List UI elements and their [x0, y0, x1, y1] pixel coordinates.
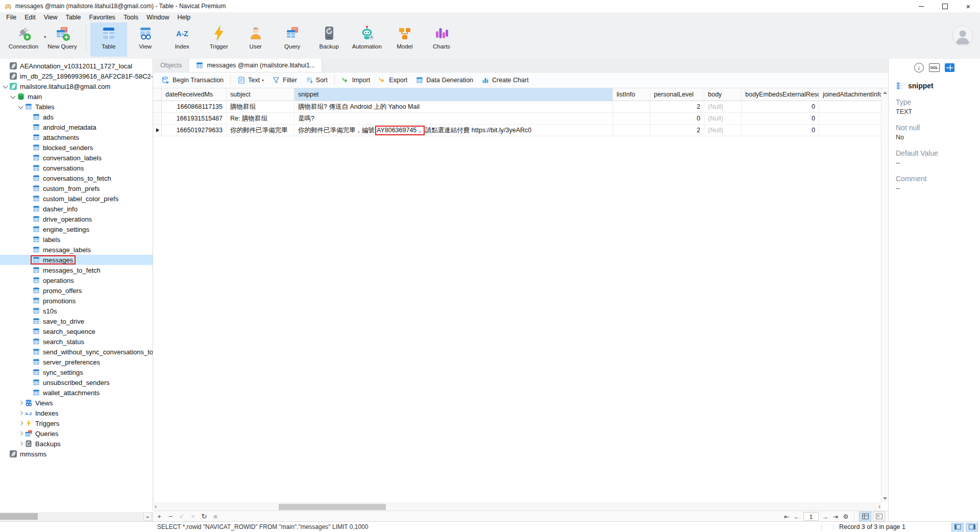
column-header-datereceivedms[interactable]: dateReceivedMs: [162, 88, 227, 101]
chevron-right-icon[interactable]: [17, 420, 24, 427]
toolbar-backup-button[interactable]: Backup: [311, 22, 348, 57]
export-button[interactable]: Export: [374, 74, 411, 86]
chevron-down-icon[interactable]: [2, 83, 9, 90]
tree-item-triggers[interactable]: Triggers: [0, 418, 153, 428]
tree-item-wallet-attachments[interactable]: wallet_attachments: [0, 388, 153, 398]
tree-item-attachments[interactable]: attachments: [0, 132, 153, 142]
cell-subject-row1[interactable]: 購物群组: [227, 101, 295, 112]
page-number-input[interactable]: 1: [803, 512, 819, 521]
menu-tools[interactable]: Tools: [119, 14, 142, 21]
menu-favorites[interactable]: Favorites: [85, 14, 119, 21]
scroll-up-icon[interactable]: [883, 91, 887, 94]
column-header-listinfo[interactable]: listInfo: [613, 88, 650, 101]
column-header-snippet[interactable]: snippet: [295, 88, 613, 101]
cell-bodyembedsexternalreso-row2[interactable]: 0: [742, 113, 819, 124]
menu-window[interactable]: Window: [142, 14, 173, 21]
scroll-left-icon[interactable]: ‹: [155, 503, 157, 511]
tree-item-messages-to-fetch[interactable]: messages_to_fetch: [0, 265, 153, 275]
filter-button[interactable]: Filter: [268, 74, 301, 86]
tree-item-tables[interactable]: Tables: [0, 102, 153, 112]
discard-changes-button[interactable]: ×: [187, 513, 199, 520]
tree-item-mmssms[interactable]: mmssms: [0, 449, 153, 459]
tree-item-messages[interactable]: messages: [0, 255, 153, 265]
toolbar-index-button[interactable]: A-ZIndex: [164, 22, 201, 57]
tree-item-backups[interactable]: Backups: [0, 439, 153, 449]
apply-changes-button[interactable]: ✓: [176, 513, 187, 520]
tree-item-search-status[interactable]: search_status: [0, 336, 153, 347]
cell-subject-row3[interactable]: 你的郵件已準備完畢: [227, 125, 295, 136]
tree-item-promotions[interactable]: promotions: [0, 296, 153, 306]
cell-datereceivedms-row3[interactable]: 1665019279633: [162, 125, 227, 136]
tree-item-conversation-labels[interactable]: conversation_labels: [0, 153, 153, 163]
menu-table[interactable]: Table: [62, 14, 85, 21]
scroll-right-icon[interactable]: ›: [878, 503, 880, 511]
cell-snippet-row2[interactable]: 是嗎?: [295, 113, 613, 124]
tab-messages[interactable]: messages @main (mailstore.litahui1...: [189, 59, 322, 72]
cell-snippet-row3[interactable]: 你的郵件已準備完畢，編號AY806369745，請點選連結付費 https://…: [295, 125, 613, 136]
user-avatar[interactable]: [952, 26, 973, 46]
current-row-indicator[interactable]: [154, 125, 162, 136]
cell-listinfo-row1[interactable]: [613, 101, 650, 112]
sidebar-hscroll-thumb[interactable]: [0, 513, 38, 520]
close-button[interactable]: ×: [957, 0, 980, 12]
cell-listinfo-row2[interactable]: [613, 113, 650, 124]
tree-item-im-db-225-18969939616-8af2c81f-58c2-845[interactable]: im_db_225_18969939616_8AF2C81F-58C2-845: [0, 71, 153, 81]
tree-item-ads[interactable]: ads: [0, 112, 153, 122]
toggle-right-pane-button[interactable]: [966, 523, 978, 531]
tree-item-android-metadata[interactable]: android_metadata: [0, 122, 153, 132]
chevron-right-icon[interactable]: [17, 409, 24, 417]
tree-item-custom-label-color-prefs[interactable]: custom_label_color_prefs: [0, 194, 153, 204]
add-record-button[interactable]: +: [154, 513, 165, 520]
toolbar-charts-button[interactable]: Charts: [423, 22, 460, 57]
cell-personallevel-row2[interactable]: 0: [650, 113, 704, 124]
info-icon[interactable]: i: [914, 63, 924, 72]
tree-item-conversations-to-fetch[interactable]: conversations_to_fetch: [0, 173, 153, 183]
chevron-down-icon[interactable]: [17, 103, 24, 110]
tree-item-unsubscribed-senders[interactable]: unsubscribed_senders: [0, 377, 153, 388]
column-header-body[interactable]: body: [704, 88, 742, 101]
tree-item-labels[interactable]: labels: [0, 234, 153, 245]
tree-item-mailstore-litahui18-gmail-com[interactable]: mailstore.litahui18@gmail.com: [0, 81, 153, 91]
cell-body-row2[interactable]: (Null): [704, 113, 742, 124]
tree-item-indexes[interactable]: A-ZIndexes: [0, 408, 153, 418]
begin-transaction-button[interactable]: Begin Transaction: [158, 74, 228, 86]
toolbar-trigger-button[interactable]: Trigger: [201, 22, 237, 57]
tree-item-s10s[interactable]: s10s: [0, 306, 153, 316]
cell-bodyembedsexternalreso-row1[interactable]: 0: [742, 101, 819, 112]
tree-item-dasher-info[interactable]: dasher_info: [0, 204, 153, 214]
sort-button[interactable]: Sort: [301, 74, 332, 86]
row-selector[interactable]: [154, 101, 162, 112]
text-button[interactable]: Text▾: [233, 74, 268, 86]
toolbar-table-button[interactable]: Table: [90, 22, 127, 57]
chevron-right-icon[interactable]: [17, 399, 24, 406]
toolbar-automation-button[interactable]: Automation: [348, 22, 386, 57]
tree-item-conversations[interactable]: conversations: [0, 163, 153, 173]
tree-item-queries[interactable]: Queries: [0, 428, 153, 439]
tree-item-sync-settings[interactable]: sync_settings: [0, 367, 153, 377]
toolbar-query-button[interactable]: Query: [274, 22, 311, 57]
tree-item-views[interactable]: Views: [0, 398, 153, 408]
ddl-icon[interactable]: DDL: [929, 63, 940, 72]
tree-item-promo-offers[interactable]: promo_offers: [0, 285, 153, 296]
cell-subject-row2[interactable]: Re: 購物群组: [227, 113, 295, 124]
stop-button[interactable]: ■: [210, 513, 221, 520]
first-page-button[interactable]: ⇤: [781, 513, 792, 520]
cell-joinedattachmentinfo-row3[interactable]: [819, 125, 881, 136]
cell-body-row1[interactable]: (Null): [704, 101, 742, 112]
grid-vscrollbar[interactable]: [881, 88, 888, 503]
fields-grid-icon[interactable]: [945, 63, 954, 72]
tree-item-custom-from-prefs[interactable]: custom_from_prefs: [0, 183, 153, 194]
import-button[interactable]: Import: [337, 74, 374, 86]
sidebar-expand-icon[interactable]: »: [143, 512, 152, 521]
toolbar-view-button[interactable]: View: [127, 22, 164, 57]
form-view-button[interactable]: [873, 512, 885, 521]
tab-objects[interactable]: Objects: [154, 59, 189, 72]
toolbar-connection-button[interactable]: Connection▾: [4, 22, 43, 57]
last-page-button[interactable]: ⇥: [830, 513, 841, 520]
chevron-down-icon[interactable]: [10, 93, 17, 100]
cell-body-row3[interactable]: (Null): [704, 125, 742, 136]
cell-datereceivedms-row2[interactable]: 1661931515487: [162, 113, 227, 124]
page-settings-icon[interactable]: ⚙: [841, 513, 851, 520]
tree-item-send-without-sync-conversations-to-f[interactable]: send_without_sync_conversations_to_f: [0, 347, 153, 357]
refresh-button[interactable]: ↻: [199, 513, 210, 520]
